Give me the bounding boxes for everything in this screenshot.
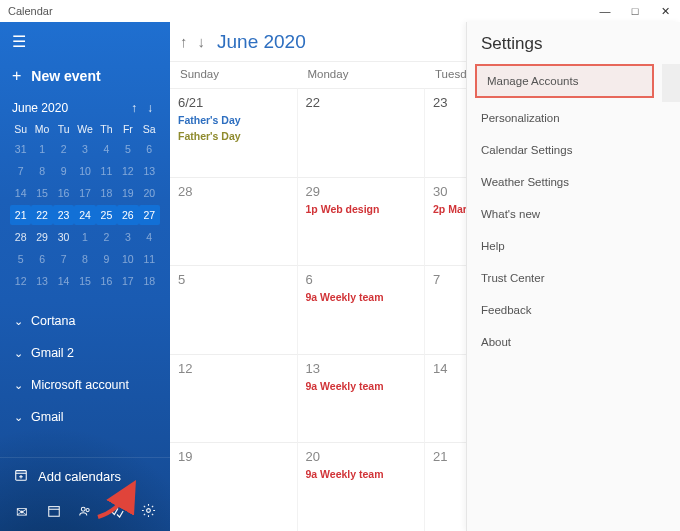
settings-item[interactable]: About (467, 326, 680, 358)
mail-icon[interactable]: ✉ (12, 504, 32, 520)
todo-icon[interactable] (107, 504, 127, 521)
mini-day[interactable]: 3 (74, 139, 95, 159)
account-item[interactable]: ⌄Cortana (0, 305, 170, 337)
mini-day[interactable]: 3 (117, 227, 138, 247)
mini-day[interactable]: 28 (10, 227, 31, 247)
mini-day[interactable]: 17 (117, 271, 138, 291)
day-cell[interactable]: 6/21Father's DayFather's Day (170, 88, 298, 177)
settings-gear-icon[interactable] (138, 503, 158, 521)
mini-day[interactable]: 24 (74, 205, 95, 225)
minimize-button[interactable]: — (590, 5, 620, 17)
mini-day[interactable]: 11 (96, 161, 117, 181)
day-number: 13 (306, 361, 417, 376)
mini-day[interactable]: 30 (53, 227, 74, 247)
day-cell[interactable]: 291p Web design (298, 177, 426, 266)
mini-day[interactable]: 12 (117, 161, 138, 181)
mini-day[interactable]: 22 (31, 205, 52, 225)
mini-month-label[interactable]: June 2020 (12, 101, 126, 115)
mini-day[interactable]: 8 (74, 249, 95, 269)
mini-day[interactable]: 19 (117, 183, 138, 203)
mini-day[interactable]: 4 (96, 139, 117, 159)
mini-day[interactable]: 2 (53, 139, 74, 159)
settings-item[interactable]: Trust Center (467, 262, 680, 294)
next-period-button[interactable]: ↓ (198, 33, 206, 50)
mini-day[interactable]: 6 (31, 249, 52, 269)
settings-item[interactable]: Help (467, 230, 680, 262)
close-button[interactable]: ✕ (650, 5, 680, 18)
mini-day[interactable]: 11 (139, 249, 160, 269)
settings-item[interactable]: Calendar Settings (467, 134, 680, 166)
account-item[interactable]: ⌄Gmail 2 (0, 337, 170, 369)
mini-day[interactable]: 29 (31, 227, 52, 247)
mini-day[interactable]: 10 (117, 249, 138, 269)
mini-day[interactable]: 10 (74, 161, 95, 181)
maximize-button[interactable]: □ (620, 5, 650, 17)
settings-item[interactable]: Feedback (467, 294, 680, 326)
mini-day[interactable]: 13 (139, 161, 160, 181)
mini-prev-button[interactable]: ↑ (126, 101, 142, 115)
event-item[interactable]: 9a Weekly team (306, 291, 417, 303)
event-item[interactable]: Father's Day (178, 130, 289, 142)
event-item[interactable]: Father's Day (178, 114, 289, 126)
mini-day[interactable]: 14 (10, 183, 31, 203)
mini-day[interactable]: 18 (96, 183, 117, 203)
day-number: 6/21 (178, 95, 289, 110)
mini-next-button[interactable]: ↓ (142, 101, 158, 115)
mini-day[interactable]: 5 (117, 139, 138, 159)
mini-day[interactable]: 16 (96, 271, 117, 291)
mini-day[interactable]: 5 (10, 249, 31, 269)
mini-day[interactable]: 17 (74, 183, 95, 203)
event-item[interactable]: 9a Weekly team (306, 380, 417, 392)
mini-day[interactable]: 31 (10, 139, 31, 159)
day-cell[interactable]: 28 (170, 177, 298, 266)
mini-day[interactable]: 18 (139, 271, 160, 291)
mini-day[interactable]: 23 (53, 205, 74, 225)
mini-day[interactable]: 7 (53, 249, 74, 269)
account-item[interactable]: ⌄Gmail (0, 401, 170, 433)
day-number: 28 (178, 184, 289, 199)
settings-item-manage-accounts[interactable]: Manage Accounts (475, 64, 654, 98)
hamburger-button[interactable]: ☰ (0, 22, 170, 61)
mini-day[interactable]: 25 (96, 205, 117, 225)
mini-day[interactable]: 15 (31, 183, 52, 203)
calendar-icon[interactable] (44, 504, 64, 521)
event-item[interactable]: 9a Weekly team (306, 468, 417, 480)
mini-calendar: June 2020 ↑ ↓ SuMoTuWeThFrSa 31123456789… (0, 97, 170, 299)
day-cell[interactable]: 139a Weekly team (298, 354, 426, 443)
mini-day[interactable]: 2 (96, 227, 117, 247)
mini-day[interactable]: 16 (53, 183, 74, 203)
mini-day[interactable]: 26 (117, 205, 138, 225)
mini-day[interactable]: 14 (53, 271, 74, 291)
mini-day[interactable]: 9 (53, 161, 74, 181)
settings-list: Manage AccountsPersonalizationCalendar S… (467, 64, 680, 358)
day-cell[interactable]: 19 (170, 442, 298, 531)
settings-item[interactable]: Weather Settings (467, 166, 680, 198)
mini-day[interactable]: 4 (139, 227, 160, 247)
day-cell[interactable]: 209a Weekly team (298, 442, 426, 531)
day-cell[interactable]: 69a Weekly team (298, 265, 426, 354)
event-item[interactable]: 1p Web design (306, 203, 417, 215)
mini-day[interactable]: 9 (96, 249, 117, 269)
account-item[interactable]: ⌄Microsoft account (0, 369, 170, 401)
mini-day[interactable]: 20 (139, 183, 160, 203)
day-cell[interactable]: 5 (170, 265, 298, 354)
mini-day[interactable]: 1 (31, 139, 52, 159)
mini-day[interactable]: 8 (31, 161, 52, 181)
mini-day[interactable]: 21 (10, 205, 31, 225)
day-cell[interactable]: 22 (298, 88, 426, 177)
settings-item[interactable]: Personalization (467, 102, 680, 134)
add-calendars-button[interactable]: Add calendars (0, 457, 170, 495)
mini-day[interactable]: 15 (74, 271, 95, 291)
settings-panel: Settings Manage AccountsPersonalizationC… (466, 22, 680, 531)
mini-day[interactable]: 1 (74, 227, 95, 247)
mini-day[interactable]: 13 (31, 271, 52, 291)
mini-day[interactable]: 12 (10, 271, 31, 291)
prev-period-button[interactable]: ↑ (180, 33, 188, 50)
new-event-button[interactable]: + New event (0, 61, 170, 97)
mini-day[interactable]: 27 (139, 205, 160, 225)
day-cell[interactable]: 12 (170, 354, 298, 443)
mini-day[interactable]: 7 (10, 161, 31, 181)
mini-day[interactable]: 6 (139, 139, 160, 159)
settings-item[interactable]: What's new (467, 198, 680, 230)
people-icon[interactable] (75, 504, 95, 521)
